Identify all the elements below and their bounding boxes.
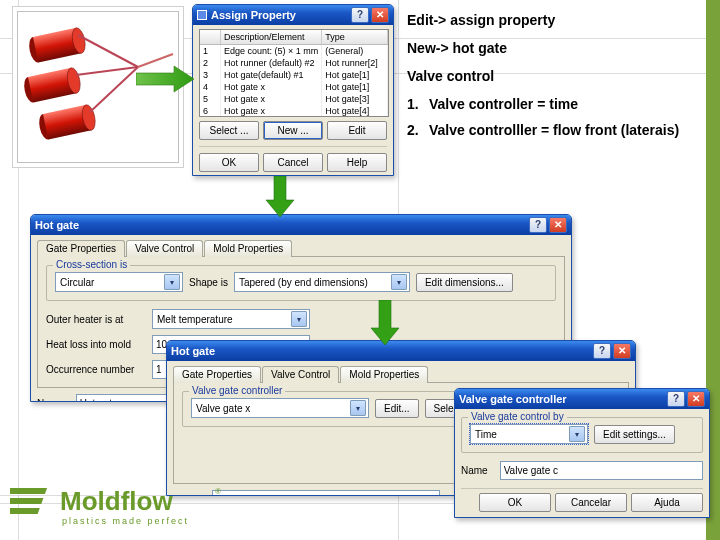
help-button[interactable]: ?: [667, 391, 685, 407]
svg-text:®: ®: [215, 487, 221, 496]
col-type[interactable]: Type: [322, 30, 388, 44]
arrow-to-assign: [136, 65, 196, 95]
group-control-by: Valve gate control by: [468, 411, 567, 422]
close-button[interactable]: ✕: [549, 217, 567, 233]
table-row[interactable]: 6Hot gate xHot gate[4]: [200, 105, 388, 117]
help-button[interactable]: ?: [351, 7, 369, 23]
edit-dimensions-button[interactable]: Edit dimensions...: [416, 273, 513, 292]
tab-gate-properties[interactable]: Gate Properties: [37, 240, 125, 257]
table-row[interactable]: 5Hot gate xHot gate[3]: [200, 93, 388, 105]
help-button[interactable]: Help: [327, 153, 387, 172]
svg-text:plastics made perfect: plastics made perfect: [62, 516, 189, 526]
table-row[interactable]: 2Hot runner (default) #2Hot runner[2]: [200, 57, 388, 69]
table-row[interactable]: 3Hot gate(default) #1Hot gate[1]: [200, 69, 388, 81]
edit-settings-button[interactable]: Edit settings...: [594, 425, 675, 444]
hg2-title: Hot gate: [171, 345, 215, 357]
col-index: [200, 30, 221, 44]
name-input[interactable]: Valve gate c: [500, 461, 703, 480]
outer-heater-select[interactable]: Melt temperature▾: [152, 309, 310, 329]
svg-rect-17: [10, 498, 43, 504]
svg-line-11: [90, 67, 138, 112]
name-input[interactable]: Hot gate x: [212, 490, 440, 495]
select-button[interactable]: Select ...: [199, 121, 259, 140]
hg2-title-bar[interactable]: Hot gate ? ✕: [167, 341, 635, 361]
assign-table[interactable]: Description/Element Type 1Edge count: (5…: [199, 29, 389, 117]
table-row[interactable]: 4Hot gate xHot gate[1]: [200, 81, 388, 93]
chevron-down-icon: ▾: [350, 400, 366, 416]
vgc-title-bar[interactable]: Valve gate controller ? ✕: [455, 389, 709, 409]
arrow-to-valvecontrol: [370, 300, 400, 346]
svg-marker-14: [266, 176, 294, 217]
tab-gate-properties[interactable]: Gate Properties: [173, 366, 261, 383]
svg-text:Moldflow: Moldflow: [60, 486, 173, 516]
svg-line-9: [78, 35, 138, 67]
chevron-down-icon: ▾: [569, 426, 585, 442]
new-button[interactable]: New ...: [263, 121, 323, 140]
svg-rect-16: [10, 488, 47, 494]
shape-select[interactable]: Tapered (by end dimensions)▾: [234, 272, 410, 292]
control-by-select[interactable]: Time▾: [470, 424, 588, 444]
vgc-title: Valve gate controller: [459, 393, 567, 405]
edit-button[interactable]: Edit...: [375, 399, 419, 418]
cancel-button[interactable]: Cancel: [263, 153, 323, 172]
assign-title: Assign Property: [211, 9, 296, 21]
chevron-down-icon: ▾: [291, 311, 307, 327]
edit-button[interactable]: Edit: [327, 121, 387, 140]
valve-controller-select[interactable]: Valve gate x▾: [191, 398, 369, 418]
assign-property-window: Assign Property ? ✕ Description/Element …: [192, 4, 394, 176]
valve-gate-controller-window: Valve gate controller ? ✕ Valve gate con…: [454, 388, 710, 518]
ok-button[interactable]: OK: [479, 493, 551, 512]
step-edit-assign: Edit-> assign property: [407, 12, 707, 28]
svg-marker-15: [371, 300, 399, 345]
close-button[interactable]: ✕: [613, 343, 631, 359]
svg-line-10: [76, 67, 138, 75]
arrow-to-hotgate: [265, 176, 295, 218]
cross-section-select[interactable]: Circular▾: [55, 272, 183, 292]
table-row[interactable]: 1Edge count: (5) × 1 mm(General): [200, 45, 388, 57]
svg-marker-13: [136, 66, 194, 92]
tab-valve-control[interactable]: Valve Control: [262, 366, 339, 383]
chevron-down-icon: ▾: [164, 274, 180, 290]
tab-mold-properties[interactable]: Mold Properties: [340, 366, 428, 383]
step-time: Valve controller = time: [429, 96, 578, 112]
instructions: Edit-> assign property New-> hot gate Va…: [407, 12, 707, 148]
hg1-title-bar[interactable]: Hot gate ? ✕: [31, 215, 571, 235]
step-valve-control: Valve control: [407, 68, 707, 84]
ok-button[interactable]: OK: [199, 153, 259, 172]
help-button[interactable]: ?: [593, 343, 611, 359]
svg-rect-18: [10, 508, 40, 514]
col-description[interactable]: Description/Element: [221, 30, 322, 44]
group-valve-controller: Valve gate controller: [189, 385, 285, 396]
cancel-button[interactable]: Cancelar: [555, 493, 627, 512]
step-flowfront: Valve controlller = flow front (laterais…: [429, 122, 679, 138]
window-icon: [197, 10, 207, 20]
close-button[interactable]: ✕: [687, 391, 705, 407]
help-button[interactable]: ?: [529, 217, 547, 233]
moldflow-logo: Moldflow plastics made perfect ®: [10, 480, 240, 540]
tab-mold-properties[interactable]: Mold Properties: [204, 240, 292, 257]
tab-valve-control[interactable]: Valve Control: [126, 240, 203, 257]
group-cross-section: Cross-section is: [53, 259, 130, 270]
assign-title-bar[interactable]: Assign Property ? ✕: [193, 5, 393, 25]
hg1-title: Hot gate: [35, 219, 79, 231]
close-button[interactable]: ✕: [371, 7, 389, 23]
step-new-hotgate: New-> hot gate: [407, 40, 707, 56]
chevron-down-icon: ▾: [391, 274, 407, 290]
help-button[interactable]: Ajuda: [631, 493, 703, 512]
